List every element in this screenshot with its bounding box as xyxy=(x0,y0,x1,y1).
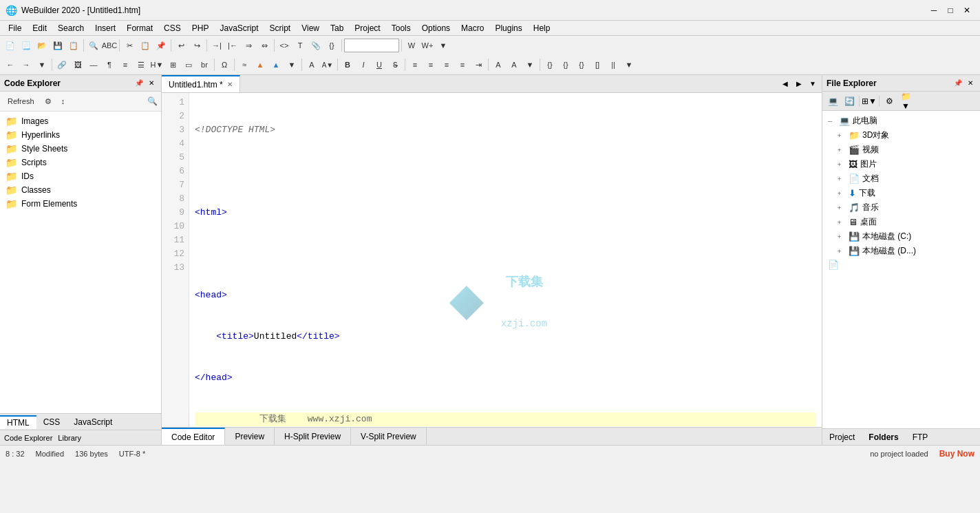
tb-cut[interactable]: ✂ xyxy=(122,38,137,53)
fe-settings-btn[interactable]: ⚙ xyxy=(882,94,897,109)
tb-color2[interactable]: ▲ xyxy=(268,57,284,72)
file-item-3d[interactable]: + 📁 3D对象 xyxy=(822,128,980,143)
menu-javascript[interactable]: JavaScript xyxy=(214,21,264,35)
fe-view-btn[interactable]: ⊞▼ xyxy=(862,94,877,109)
sort-button[interactable]: ↕ xyxy=(57,94,70,109)
tree-item-scripts[interactable]: 📁 Scripts xyxy=(0,156,161,169)
file-item-desktop[interactable]: + 🖥 桌面 xyxy=(822,215,980,229)
tb-div[interactable]: ▭ xyxy=(181,57,196,72)
menu-macro[interactable]: Macro xyxy=(456,21,489,35)
menu-search[interactable]: Search xyxy=(52,21,89,35)
tab-nav-down-button[interactable]: ▼ xyxy=(807,78,819,90)
tab-javascript[interactable]: JavaScript xyxy=(67,416,119,428)
file-item-pictures[interactable]: + 🖼 图片 xyxy=(822,157,980,171)
file-item-downloads[interactable]: + ⬇ 下载 xyxy=(822,186,980,200)
tb-font[interactable]: A xyxy=(304,57,319,72)
tb-strike[interactable]: S̶ xyxy=(387,57,403,72)
tb-more3[interactable]: ▼ xyxy=(621,57,637,72)
tb-indent[interactable]: →| xyxy=(209,38,224,53)
menu-insert[interactable]: Insert xyxy=(89,21,121,35)
menu-php[interactable]: PHP xyxy=(187,21,215,35)
tb-align-center[interactable]: ≡ xyxy=(423,57,438,72)
tb-underline[interactable]: U xyxy=(372,57,387,72)
tb-indent2[interactable]: ⇒ xyxy=(241,38,256,53)
menu-file[interactable]: File xyxy=(3,21,27,35)
fe-computer-btn[interactable]: 💻 xyxy=(825,94,840,109)
tab-nav-left-button[interactable]: ◀ xyxy=(779,78,791,90)
minimize-button[interactable]: ─ xyxy=(926,3,941,18)
tb-align-right[interactable]: ≡ xyxy=(439,57,454,72)
library-tab[interactable]: Library xyxy=(58,434,81,442)
tb-code3[interactable]: {} xyxy=(574,57,589,72)
tb-special[interactable]: Ω xyxy=(217,57,232,72)
tb-forward[interactable]: → xyxy=(19,57,34,72)
tb-paste[interactable]: 📌 xyxy=(153,38,169,53)
tb-dash[interactable]: — xyxy=(86,57,101,72)
tb-italic[interactable]: I xyxy=(356,57,371,72)
tree-item-images[interactable]: 📁 Images xyxy=(0,114,161,128)
file-item-drive-c[interactable]: + 💾 本地磁盘 (C:) xyxy=(822,229,980,244)
tb-em[interactable]: ≈ xyxy=(237,57,252,72)
menu-view[interactable]: View xyxy=(296,21,325,35)
pin-button[interactable]: 📌 xyxy=(134,78,145,89)
tb-open[interactable]: 📂 xyxy=(34,38,50,53)
fe-folder-btn[interactable]: 📁▼ xyxy=(898,94,913,109)
tb-bg[interactable]: A xyxy=(491,57,506,72)
fe-refresh-btn[interactable]: 🔄 xyxy=(842,94,857,109)
file-item-computer[interactable]: ─ 💻 此电脑 xyxy=(822,114,980,128)
refresh-button[interactable]: Refresh xyxy=(3,94,39,109)
tab-ftp[interactable]: FTP xyxy=(906,431,935,443)
tb-code5[interactable]: || xyxy=(606,57,621,72)
tree-item-ids[interactable]: 📁 IDs xyxy=(0,169,161,183)
tb-indent3[interactable]: ⇔ xyxy=(257,38,272,53)
tree-item-classes[interactable]: 📁 Classes xyxy=(0,183,161,197)
tb-img[interactable]: 🖼 xyxy=(70,57,85,72)
tb-unindent[interactable]: |← xyxy=(225,38,240,53)
tb-font2[interactable]: A▼ xyxy=(320,57,335,72)
tab-vsplit-preview[interactable]: V-Split Preview xyxy=(351,428,427,445)
fe-close-button[interactable]: ✕ xyxy=(965,78,976,89)
code-explorer-tab[interactable]: Code Explorer xyxy=(4,434,52,442)
tb-colordrop[interactable]: ▼ xyxy=(284,57,299,72)
tab-close-button[interactable]: ✕ xyxy=(227,81,233,88)
tb-spell[interactable]: ABC xyxy=(102,38,117,53)
tb-nl[interactable]: ¶ xyxy=(102,57,117,72)
tab-hsplit-preview[interactable]: H-Split Preview xyxy=(275,428,351,445)
tb-br[interactable]: br xyxy=(197,57,212,72)
tb-link[interactable]: 🔗 xyxy=(54,57,70,72)
file-item-docs[interactable]: + 📄 文档 xyxy=(822,171,980,186)
menu-project[interactable]: Project xyxy=(349,21,385,35)
tree-item-stylesheets[interactable]: 📁 Style Sheets xyxy=(0,142,161,156)
tb-new2[interactable]: 📃 xyxy=(19,38,34,53)
menu-format[interactable]: Format xyxy=(121,21,158,35)
tab-project[interactable]: Project xyxy=(822,431,862,443)
editor-area[interactable]: 1 2 3 4 5 6 7 8 9 10 11 12 13 <!DOCTYPE … xyxy=(162,93,822,427)
options-button[interactable]: ⚙ xyxy=(42,94,54,109)
tab-code-editor[interactable]: Code Editor xyxy=(162,428,225,445)
close-panel-button[interactable]: ✕ xyxy=(146,78,157,89)
close-button[interactable]: ✕ xyxy=(959,3,974,18)
menu-plugins[interactable]: Plugins xyxy=(489,21,527,35)
menu-tab[interactable]: Tab xyxy=(325,21,349,35)
tb-search-input[interactable] xyxy=(344,39,399,52)
tab-html[interactable]: HTML xyxy=(0,415,36,429)
tb-color[interactable]: ▲ xyxy=(253,57,268,72)
tb-head[interactable]: H▼ xyxy=(149,57,164,72)
tb-nav-drop[interactable]: ▼ xyxy=(34,57,50,72)
menu-edit[interactable]: Edit xyxy=(27,21,52,35)
tab-nav-right-button[interactable]: ▶ xyxy=(793,78,805,90)
tb-align-left[interactable]: ≡ xyxy=(407,57,423,72)
tb-list1[interactable]: ≡ xyxy=(118,57,133,72)
tb-code4[interactable]: [] xyxy=(590,57,605,72)
menu-css[interactable]: CSS xyxy=(158,21,187,35)
tb-tag2[interactable]: T xyxy=(292,38,308,53)
menu-script[interactable]: Script xyxy=(264,21,297,35)
tb-more2[interactable]: ▼ xyxy=(522,57,537,72)
file-item-drive-d[interactable]: + 💾 本地磁盘 (D...) xyxy=(822,244,980,258)
tb-back[interactable]: ← xyxy=(3,57,18,72)
menu-options[interactable]: Options xyxy=(416,21,456,35)
tb-indent-more[interactable]: ⇥ xyxy=(471,57,486,72)
editor-tab-untitled1[interactable]: Untitled1.htm * ✕ xyxy=(162,75,240,92)
buy-now-button[interactable]: Buy Now xyxy=(939,449,974,459)
tb-copy[interactable]: 📋 xyxy=(138,38,153,53)
